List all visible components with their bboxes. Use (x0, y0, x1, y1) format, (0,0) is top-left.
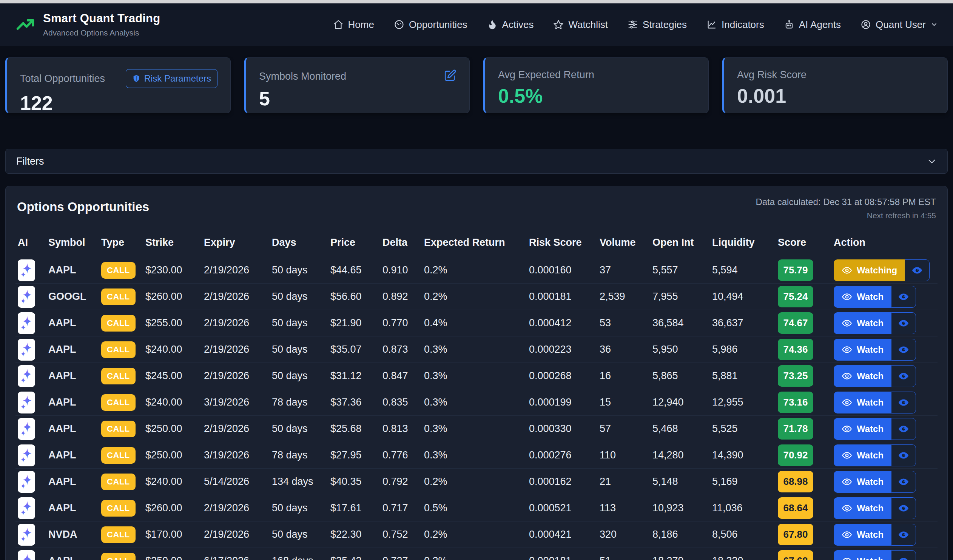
watch-button[interactable]: Watch (834, 524, 891, 546)
risk-score-cell: 0.000223 (527, 337, 597, 363)
open-int-cell: 5,148 (650, 468, 710, 495)
watch-button[interactable]: Watch (834, 365, 891, 387)
eye-outline-icon (841, 318, 852, 329)
days-cell: 50 days (270, 257, 328, 284)
table-row: GOOGL CALL $260.00 2/19/2026 50 days $56… (16, 284, 937, 310)
expected-return-cell: 0.4% (422, 310, 527, 337)
expected-return-cell: 0.2% (422, 548, 527, 560)
liquidity-cell: 5,594 (710, 257, 776, 284)
view-details-button[interactable] (891, 286, 916, 308)
liquidity-cell: 8,506 (710, 521, 776, 548)
nav-opportunities[interactable]: Opportunities (394, 19, 467, 31)
gauge-icon (394, 19, 404, 30)
view-details-button[interactable] (891, 550, 916, 560)
watch-button[interactable]: Watch (834, 550, 891, 560)
ai-analysis-button[interactable] (18, 550, 35, 560)
col-expiry: Expiry (202, 230, 270, 257)
nav-watchlist[interactable]: Watchlist (553, 19, 608, 31)
delta-cell: 0.873 (380, 337, 422, 363)
view-details-button[interactable] (891, 365, 916, 387)
nav-actives[interactable]: Actives (487, 19, 534, 31)
watch-button-group: Watch (834, 339, 916, 361)
table-row: AAPL CALL $240.00 2/19/2026 50 days $35.… (16, 337, 937, 363)
nav-user-menu[interactable]: Quant User (860, 19, 938, 31)
col-open-int: Open Int (650, 230, 710, 257)
eye-outline-icon (841, 450, 852, 461)
eye-outline-icon (841, 292, 852, 302)
ai-analysis-button[interactable] (18, 524, 35, 546)
expected-return-cell: 0.2% (422, 468, 527, 495)
col-liquidity: Liquidity (710, 230, 776, 257)
strike-cell: $240.00 (143, 389, 202, 416)
ai-analysis-button[interactable] (18, 471, 35, 493)
ai-analysis-button[interactable] (18, 259, 35, 281)
volume-cell: 16 (597, 363, 650, 389)
options-opportunities-panel: Options Opportunities Data calculated: D… (5, 186, 948, 560)
view-details-button[interactable] (891, 471, 916, 493)
ai-analysis-button[interactable] (18, 312, 35, 334)
nav-menu: Home Opportunities Actives Watchlist Str… (333, 19, 938, 31)
ai-analysis-button[interactable] (18, 365, 35, 387)
watch-button[interactable]: Watch (834, 444, 891, 466)
price-cell: $56.60 (328, 284, 380, 310)
nav-strategies[interactable]: Strategies (627, 19, 687, 31)
filters-accordion[interactable]: Filters (5, 149, 948, 174)
price-cell: $44.65 (328, 257, 380, 284)
app-subtitle: Advanced Options Analysis (43, 28, 160, 37)
table-row: AAPL CALL $240.00 3/19/2026 78 days $37.… (16, 389, 937, 416)
risk-parameters-button[interactable]: Risk Parameters (126, 69, 217, 88)
expected-return-cell: 0.2% (422, 284, 527, 310)
ai-analysis-button[interactable] (18, 497, 35, 519)
view-details-button[interactable] (891, 444, 916, 466)
ai-analysis-button[interactable] (18, 286, 35, 308)
strike-cell: $250.00 (143, 548, 202, 560)
edit-symbols-button[interactable] (444, 69, 456, 84)
stat-label: Avg Risk Score (737, 69, 807, 81)
view-details-button[interactable] (891, 497, 916, 519)
ai-analysis-button[interactable] (18, 418, 35, 440)
watch-button[interactable]: Watch (834, 392, 891, 414)
table-row: AAPL CALL $260.00 2/19/2026 50 days $17.… (16, 495, 937, 521)
chevron-down-icon (930, 21, 938, 28)
view-details-button[interactable] (891, 418, 916, 440)
watch-button[interactable]: Watch (834, 471, 891, 493)
watch-button[interactable]: Watch (834, 312, 891, 334)
ai-analysis-button[interactable] (18, 339, 35, 361)
delta-cell: 0.813 (380, 416, 422, 442)
watch-button-label: Watch (857, 318, 883, 329)
volume-cell: 110 (597, 442, 650, 468)
watch-button[interactable]: Watch (834, 497, 891, 519)
strike-cell: $240.00 (143, 337, 202, 363)
volume-cell: 51 (597, 548, 650, 560)
watch-button[interactable]: Watching (834, 259, 905, 281)
view-details-button[interactable] (891, 392, 916, 414)
type-badge: CALL (101, 368, 135, 385)
view-details-button[interactable] (891, 312, 916, 334)
ai-analysis-button[interactable] (18, 392, 35, 414)
delta-cell: 0.727 (380, 548, 422, 560)
nav-home[interactable]: Home (333, 19, 374, 31)
ai-sparkle-icon (20, 474, 33, 489)
delta-cell: 0.792 (380, 468, 422, 495)
type-badge: CALL (101, 341, 135, 358)
stat-value: 122 (20, 93, 217, 113)
risk-score-cell: 0.000181 (527, 548, 597, 560)
watch-button-label: Watch (857, 503, 883, 513)
open-int-cell: 36,584 (650, 310, 710, 337)
view-details-button[interactable] (891, 524, 916, 546)
strike-cell: $250.00 (143, 442, 202, 468)
liquidity-cell: 5,881 (710, 363, 776, 389)
watch-button[interactable]: Watch (834, 339, 891, 361)
watch-button[interactable]: Watch (834, 418, 891, 440)
ai-analysis-button[interactable] (18, 444, 35, 466)
volume-cell: 53 (597, 310, 650, 337)
nav-ai-agents[interactable]: AI Agents (784, 19, 841, 31)
watch-button-label: Watch (857, 529, 883, 540)
risk-score-cell: 0.000199 (527, 389, 597, 416)
expiry-cell: 3/19/2026 (202, 389, 270, 416)
nav-indicators[interactable]: Indicators (706, 19, 764, 31)
view-details-button[interactable] (905, 259, 930, 281)
view-details-button[interactable] (891, 339, 916, 361)
expected-return-cell: 0.3% (422, 442, 527, 468)
watch-button[interactable]: Watch (834, 286, 891, 308)
